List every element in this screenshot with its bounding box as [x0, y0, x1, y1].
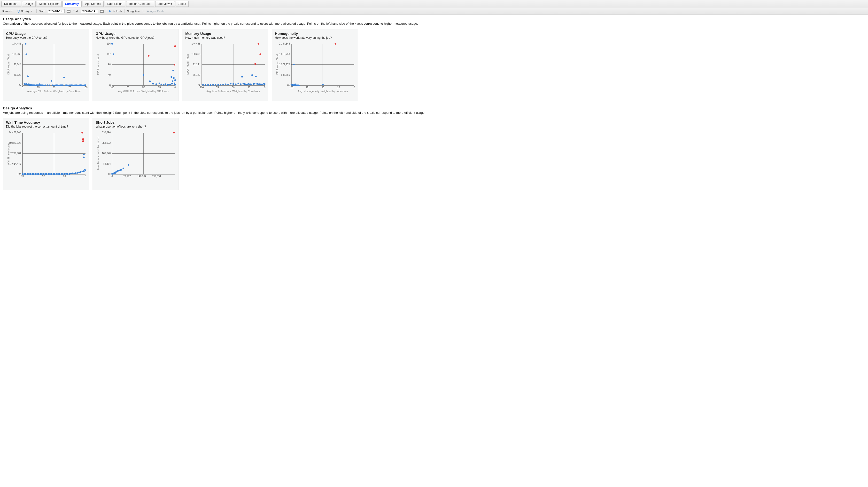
svg-point-200	[335, 43, 336, 44]
svg-text:CPU Hours: Total: CPU Hours: Total	[186, 54, 189, 75]
duration-label: Duration:	[2, 10, 13, 12]
svg-point-114	[174, 64, 175, 65]
svg-point-252	[80, 171, 82, 172]
duration-value: 30 day	[21, 10, 29, 12]
card-title: Memory Usage	[185, 31, 265, 36]
svg-point-46	[47, 84, 49, 86]
nav-label: Navigation:	[127, 10, 140, 12]
tab-data-export[interactable]: Data Export	[104, 1, 125, 7]
card-title: GPU Usage	[96, 31, 176, 36]
svg-point-261	[82, 140, 84, 142]
svg-text:75: 75	[216, 86, 219, 89]
tab-report-generator[interactable]: Report Generator	[126, 1, 154, 7]
card-mem[interactable]: Memory Usage How much memory was used? 1…	[182, 29, 268, 101]
svg-point-96	[152, 83, 154, 84]
nav-analytic-cards[interactable]: Analytic Cards	[143, 10, 164, 12]
tab-usage[interactable]: Usage	[22, 1, 36, 7]
svg-point-224	[35, 173, 36, 175]
svg-point-146	[238, 83, 239, 84]
usage-section-title: Usage Analytics	[3, 17, 865, 21]
design-section-desc: Are jobs are using resources in an effic…	[3, 110, 865, 115]
svg-text:100: 100	[84, 86, 88, 89]
svg-point-241	[62, 173, 63, 175]
tab-metric-explorer[interactable]: Metric Explorer	[37, 1, 62, 7]
svg-point-108	[173, 70, 174, 71]
svg-point-198	[298, 85, 300, 86]
svg-point-169	[254, 63, 256, 65]
svg-point-144	[232, 83, 234, 85]
svg-point-155	[250, 83, 252, 85]
svg-point-234	[51, 173, 52, 175]
svg-point-106	[171, 83, 173, 84]
svg-text:147: 147	[106, 53, 111, 56]
start-label: Start:	[39, 10, 45, 12]
svg-point-134	[207, 84, 209, 86]
svg-text:3,614,442: 3,614,442	[10, 162, 21, 165]
svg-text:196: 196	[106, 42, 111, 45]
grid-icon	[143, 10, 146, 12]
svg-point-113	[148, 55, 149, 56]
refresh-button[interactable]: Refresh	[109, 10, 122, 12]
svg-text:7,228,884: 7,228,884	[10, 152, 21, 155]
svg-text:146,394: 146,394	[137, 175, 147, 178]
tab-dashboard[interactable]: Dashboard	[1, 1, 21, 7]
card-cpu[interactable]: CPU Usage How busy were the CPU cores? 0…	[3, 29, 89, 101]
chevron-down-icon	[31, 11, 32, 11]
svg-point-95	[149, 80, 151, 82]
usage-section-desc: Comparison of the resources allocated fo…	[3, 22, 865, 26]
tab-app-kernels[interactable]: App Kernels	[83, 1, 104, 7]
card-short[interactable]: Short Jobs What proportion of jobs are v…	[93, 118, 179, 190]
svg-point-221	[30, 173, 31, 175]
svg-text:78: 78	[21, 175, 24, 178]
calendar-icon[interactable]	[67, 10, 70, 12]
svg-point-245	[68, 173, 70, 175]
card-title: Homogeneity	[275, 31, 355, 36]
svg-point-158	[254, 83, 255, 84]
card-title: CPU Usage	[6, 31, 86, 36]
clock-icon	[17, 10, 20, 12]
svg-point-240	[61, 173, 62, 175]
start-input[interactable]	[48, 9, 65, 13]
design-cards-row: Wall Time Accuracy Did the jobs request …	[3, 118, 865, 190]
chart-hom: 10075502500k538,5861,077,1721,615,7582,1…	[275, 42, 355, 98]
svg-point-250	[76, 172, 78, 173]
svg-text:0k: 0k	[197, 84, 200, 87]
chart-gpu: 100755025004998147196Avg GPU % Active: W…	[96, 42, 176, 98]
svg-point-246	[70, 173, 72, 174]
svg-text:52: 52	[42, 175, 45, 178]
chart-mem: 10075502500k36,12272,244108,366144,488Av…	[185, 42, 265, 98]
svg-text:144,488: 144,488	[12, 42, 21, 45]
svg-point-248	[73, 173, 75, 174]
svg-text:Wall Time Allocated: Wall Time Allocated	[7, 142, 10, 165]
svg-point-235	[52, 173, 54, 175]
tab-job-viewer[interactable]: Job Viewer	[155, 1, 175, 7]
svg-point-115	[175, 45, 176, 47]
tab-about[interactable]: About	[176, 1, 189, 7]
svg-point-236	[54, 173, 56, 175]
svg-point-147	[240, 83, 242, 85]
calendar-icon[interactable]	[100, 10, 104, 12]
svg-point-94	[143, 74, 144, 75]
svg-point-228	[41, 173, 42, 175]
svg-text:0k: 0k	[19, 84, 21, 87]
card-hom[interactable]: Homogeneity How does the work rate vary …	[272, 29, 358, 101]
svg-text:0: 0	[85, 175, 86, 178]
svg-text:26: 26	[63, 175, 66, 178]
svg-point-45	[44, 85, 46, 86]
tab-efficiency[interactable]: Efficiency	[62, 1, 82, 7]
duration-dropdown[interactable]: 30 day	[15, 9, 34, 13]
end-input[interactable]	[81, 9, 98, 13]
svg-point-233	[49, 173, 51, 175]
svg-point-168	[259, 53, 261, 55]
card-gpu[interactable]: GPU Usage How busy were the GPU cores fo…	[93, 29, 179, 101]
tab-label: About	[179, 2, 186, 6]
svg-point-136	[212, 84, 214, 86]
svg-point-222	[31, 173, 33, 175]
svg-point-58	[63, 76, 65, 78]
svg-text:100: 100	[289, 86, 293, 89]
end-label: End:	[73, 10, 79, 12]
card-wall[interactable]: Wall Time Accuracy Did the jobs request …	[3, 118, 89, 190]
svg-point-217	[23, 173, 25, 175]
svg-point-247	[72, 172, 73, 174]
card-title: Wall Time Accuracy	[6, 120, 86, 124]
